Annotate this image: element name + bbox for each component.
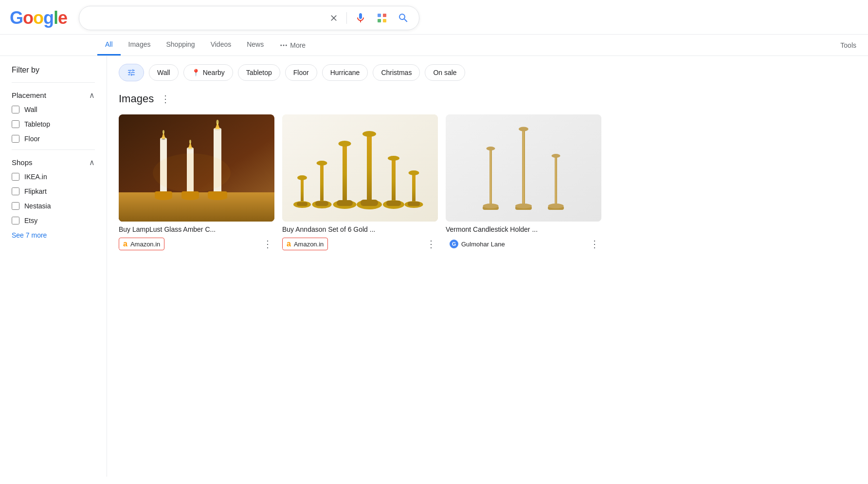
card3-more-button[interactable]: ⋮ xyxy=(588,236,601,252)
placement-tabletop-item[interactable]: Tabletop xyxy=(12,120,95,128)
amazon-badge-1[interactable]: a Amazon.in xyxy=(119,238,164,250)
nav-more[interactable]: More xyxy=(271,35,313,56)
svg-point-13 xyxy=(163,130,164,134)
amazon-source-label-1: Amazon.in xyxy=(130,241,160,248)
tab-videos[interactable]: Videos xyxy=(203,35,239,56)
placement-wall-item[interactable]: Wall xyxy=(12,106,95,113)
amazon-logo-icon-2: a xyxy=(287,240,291,248)
svg-point-58 xyxy=(483,204,499,208)
tools-tab[interactable]: Tools xyxy=(829,36,868,55)
placement-wall-checkbox[interactable] xyxy=(12,106,19,113)
svg-rect-50 xyxy=(412,173,416,205)
shop-etsy-item[interactable]: Etsy xyxy=(12,217,95,224)
svg-rect-30 xyxy=(301,178,304,205)
filter-settings-chip[interactable] xyxy=(119,64,144,81)
image-search-button[interactable] xyxy=(374,10,390,26)
filter-floor-chip[interactable]: Floor xyxy=(285,64,317,81)
g-logo-icon: G xyxy=(450,240,458,248)
clear-button[interactable] xyxy=(327,11,341,25)
svg-rect-42 xyxy=(367,134,372,205)
main-layout: Filter by Placement Wall Tabletop Floor … xyxy=(0,56,868,477)
shops-items: IKEA.in Flipkart Nestasia Etsy xyxy=(12,173,95,224)
placement-tabletop-checkbox[interactable] xyxy=(12,120,19,128)
g-source-label-3: Gulmohar Lane xyxy=(461,241,505,248)
images-section-heading: Images ⋮ xyxy=(119,91,856,107)
filter-tabletop-label: Tabletop xyxy=(246,69,272,76)
svg-rect-2 xyxy=(378,19,381,22)
filter-onsale-chip[interactable]: On sale xyxy=(425,64,465,81)
placement-section-header[interactable]: Placement xyxy=(12,91,95,100)
filter-wall-chip[interactable]: Wall xyxy=(149,64,179,81)
tab-images[interactable]: Images xyxy=(121,35,159,56)
search-button[interactable] xyxy=(396,10,411,26)
image-source-2: a Amazon.in ⋮ xyxy=(282,236,438,252)
search-bar: candlestick holder xyxy=(79,6,419,30)
svg-rect-38 xyxy=(343,144,347,205)
filter-christmas-chip[interactable]: Christmas xyxy=(373,64,420,81)
shops-section-header[interactable]: Shops xyxy=(12,158,95,167)
google-logo[interactable]: Google xyxy=(10,8,67,28)
source-left-3: G Gulmohar Lane xyxy=(446,238,509,250)
svg-rect-0 xyxy=(378,14,381,17)
svg-rect-34 xyxy=(320,163,324,205)
shop-nestasia-label: Nestasia xyxy=(24,202,51,210)
placement-tabletop-label: Tabletop xyxy=(24,120,50,128)
amazon-source-label-2: Amazon.in xyxy=(294,241,324,248)
svg-point-31 xyxy=(297,175,307,180)
filter-tabletop-chip[interactable]: Tabletop xyxy=(238,64,280,81)
shops-title: Shops xyxy=(12,158,33,167)
image-thumbnail-2 xyxy=(282,114,438,222)
svg-point-5 xyxy=(283,44,285,46)
svg-point-47 xyxy=(388,156,399,161)
svg-point-43 xyxy=(362,131,376,137)
image-card-2[interactable]: Buy Anndason Set of 6 Gold ... a Amazon.… xyxy=(282,114,438,252)
image-thumbnail-1 xyxy=(119,114,274,222)
filter-by-title: Filter by xyxy=(12,66,95,74)
see-more-link[interactable]: See 7 more xyxy=(12,231,95,239)
shop-nestasia-checkbox[interactable] xyxy=(12,202,19,210)
filter-christmas-label: Christmas xyxy=(381,69,412,76)
tab-all[interactable]: All xyxy=(97,35,121,56)
shop-flipkart-item[interactable]: Flipkart xyxy=(12,187,95,195)
search-input[interactable]: candlestick holder xyxy=(87,14,323,22)
shop-ikea-item[interactable]: IKEA.in xyxy=(12,173,95,181)
placement-divider xyxy=(12,82,95,83)
image-thumbnail-3 xyxy=(446,114,601,222)
svg-point-28 xyxy=(153,153,231,192)
g-badge-3[interactable]: G Gulmohar Lane xyxy=(446,238,509,250)
amazon-badge-2[interactable]: a Amazon.in xyxy=(282,238,328,250)
images-title: Images xyxy=(119,93,154,105)
image-card-1[interactable]: Buy LampLust Glass Amber C... a Amazon.i… xyxy=(119,114,274,252)
shop-ikea-checkbox[interactable] xyxy=(12,173,19,181)
image-card-3[interactable]: Vermont Candlestick Holder ... G Gulmoha… xyxy=(446,114,601,252)
card1-more-button[interactable]: ⋮ xyxy=(261,236,274,252)
tab-news[interactable]: News xyxy=(239,35,271,56)
svg-rect-1 xyxy=(383,14,386,17)
image-title-1: Buy LampLust Glass Amber C... xyxy=(119,225,274,233)
placement-floor-checkbox[interactable] xyxy=(12,135,19,143)
svg-rect-41 xyxy=(337,200,353,206)
placement-floor-item[interactable]: Floor xyxy=(12,135,95,143)
shop-ikea-label: IKEA.in xyxy=(24,173,47,181)
placement-items: Wall Tabletop Floor xyxy=(12,106,95,143)
shop-flipkart-label: Flipkart xyxy=(24,187,47,195)
tab-shopping[interactable]: Shopping xyxy=(158,35,202,56)
images-more-options-button[interactable]: ⋮ xyxy=(159,91,172,107)
svg-rect-15 xyxy=(155,191,172,197)
filter-hurricane-chip[interactable]: Hurricane xyxy=(322,64,368,81)
divider xyxy=(346,12,347,24)
shop-etsy-label: Etsy xyxy=(24,217,37,224)
svg-rect-59 xyxy=(522,129,525,207)
filter-nearby-chip[interactable]: 📍 Nearby xyxy=(183,64,233,81)
image-title-3: Vermont Candlestick Holder ... xyxy=(446,225,601,233)
voice-search-button[interactable] xyxy=(353,10,368,26)
shops-chevron-icon xyxy=(89,158,95,167)
svg-point-51 xyxy=(409,170,419,175)
source-left-1: a Amazon.in xyxy=(119,238,164,250)
filter-hurricane-label: Hurricane xyxy=(330,69,360,76)
shop-etsy-checkbox[interactable] xyxy=(12,217,19,224)
shop-nestasia-item[interactable]: Nestasia xyxy=(12,202,95,210)
shop-flipkart-checkbox[interactable] xyxy=(12,187,19,195)
card2-more-button[interactable]: ⋮ xyxy=(424,236,438,252)
placement-chevron-icon xyxy=(89,91,95,100)
